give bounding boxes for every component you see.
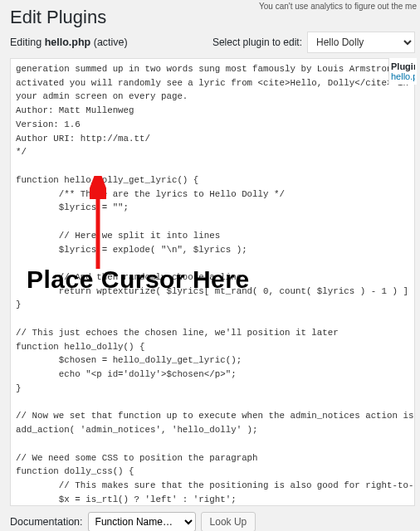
documentation-label: Documentation: [10, 516, 83, 528]
plugin-file-link[interactable]: hello.ph [391, 71, 415, 81]
documentation-select[interactable]: Function Name… [88, 512, 196, 531]
top-notice: You can't use analytics to figure out th… [256, 0, 420, 12]
plugin-files-heading: Plugin F [391, 61, 415, 71]
documentation-row: Documentation: Function Name… Look Up [0, 509, 420, 531]
plugin-files-panel: Plugin F hello.ph [388, 58, 417, 85]
subheader: Editing hello.php (active) Select plugin… [0, 32, 420, 58]
editing-file: hello.php [45, 37, 91, 48]
editing-status: (active) [90, 37, 127, 48]
select-plugin-label: Select plugin to edit: [212, 37, 302, 48]
code-editor[interactable] [10, 58, 415, 506]
editor-wrap: Plugin F hello.ph Place Cursor Here [10, 58, 415, 509]
plugin-select[interactable]: Hello Dolly [307, 32, 415, 53]
editing-prefix: Editing [10, 37, 45, 48]
lookup-button[interactable]: Look Up [201, 512, 256, 531]
editing-label: Editing hello.php (active) [10, 37, 128, 48]
